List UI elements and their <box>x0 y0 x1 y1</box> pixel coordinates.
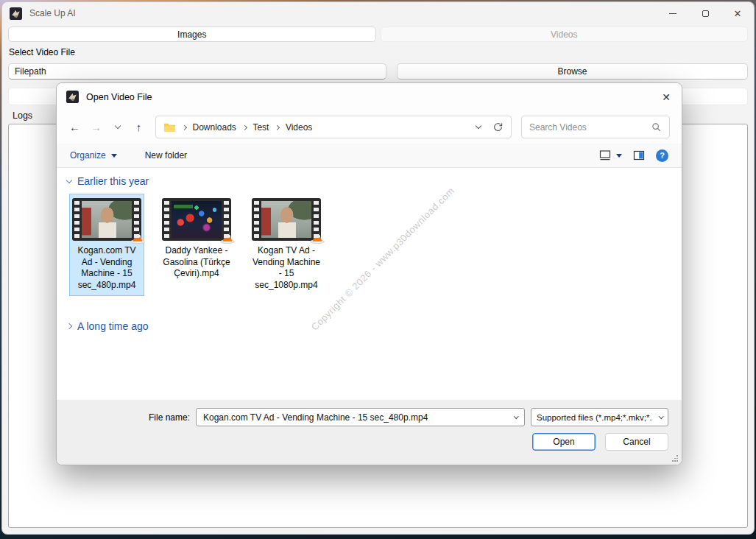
filepath-row: Browse <box>8 63 748 80</box>
search-icon <box>651 122 662 133</box>
dialog-footer: File name: Kogan.com TV Ad - Vending Mac… <box>57 400 682 465</box>
video-thumbnail <box>252 198 321 241</box>
forward-icon: → <box>91 121 102 133</box>
dialog-navigation-bar: ← → ↑ Downloads Test Videos <box>57 110 682 144</box>
vlc-cone-icon <box>309 228 325 244</box>
history-dropdown-button[interactable] <box>107 116 128 138</box>
file-name: Daddy Yankee - Gasolina (Türkçe Çeviri).… <box>161 245 232 280</box>
file-name-label: File name: <box>149 412 190 423</box>
chevron-down-icon <box>66 177 72 183</box>
search-input[interactable] <box>529 122 651 133</box>
help-button[interactable]: ? <box>656 149 668 162</box>
organize-button[interactable]: Organize <box>70 150 117 161</box>
app-logo-icon <box>10 7 22 20</box>
dialog-logo-icon <box>66 91 79 103</box>
file-name-combobox[interactable]: Kogan.com TV Ad - Vending Machine - 15 s… <box>196 408 525 426</box>
video-thumbnail <box>162 198 231 241</box>
breadcrumb-separator-icon <box>182 125 186 130</box>
refresh-icon[interactable] <box>492 121 504 133</box>
dialog-title: Open Video File <box>86 92 152 102</box>
file-name: Kogan.com TV Ad - Vending Machine - 15 s… <box>71 245 142 291</box>
minimize-button[interactable] <box>657 2 689 24</box>
chevron-down-icon <box>659 414 663 418</box>
views-button[interactable] <box>599 149 622 161</box>
open-button[interactable]: Open <box>532 433 596 451</box>
maximize-icon <box>702 10 709 17</box>
folder-icon <box>163 122 176 133</box>
close-icon: ✕ <box>734 8 742 19</box>
group-a-long-time-ago[interactable]: A long time ago <box>67 320 149 332</box>
breadcrumb-separator-icon <box>242 125 247 130</box>
filepath-input[interactable] <box>8 63 386 80</box>
open-video-file-dialog: Open Video File ✕ ← → ↑ Downloads Test V… <box>56 82 682 465</box>
new-folder-button[interactable]: New folder <box>145 150 187 161</box>
file-type-value: Supported files (*.mp4;*.mkv;*. <box>537 413 652 422</box>
maximize-button[interactable] <box>689 2 721 24</box>
address-dropdown-icon[interactable] <box>476 123 481 129</box>
up-button[interactable]: ↑ <box>128 116 149 138</box>
help-icon: ? <box>660 151 665 160</box>
organize-label: Organize <box>70 150 106 161</box>
thumbnail-street-scene <box>261 201 311 238</box>
address-bar[interactable]: Downloads Test Videos <box>155 116 512 138</box>
app-title: Scale Up AI <box>29 8 76 18</box>
dialog-close-button[interactable]: ✕ <box>651 83 682 110</box>
resize-grip[interactable] <box>671 454 679 462</box>
breadcrumb-downloads[interactable]: Downloads <box>193 122 236 133</box>
chevron-right-icon <box>66 323 72 329</box>
vlc-cone-icon <box>219 228 236 244</box>
minimize-icon <box>669 13 676 14</box>
tab-videos[interactable]: Videos <box>381 27 749 42</box>
dialog-toolbar: Organize New folder ? <box>57 144 682 168</box>
file-list-area: Earlier this year Kogan.com TV Ad - Vend… <box>57 168 682 400</box>
select-video-file-label: Select Video File <box>9 47 75 57</box>
group-label: Earlier this year <box>77 175 149 187</box>
up-icon: ↑ <box>136 121 142 133</box>
main-tabs: Images Videos <box>8 27 748 42</box>
group-earlier-this-year[interactable]: Earlier this year <box>67 175 671 187</box>
search-box[interactable] <box>521 116 670 138</box>
preview-pane-icon[interactable] <box>633 149 645 161</box>
app-titlebar: Scale Up AI ✕ <box>2 2 754 24</box>
file-name: Kogan TV Ad - Vending Machine - 15 sec_1… <box>251 245 322 291</box>
back-icon: ← <box>69 121 80 133</box>
group-label: A long time ago <box>77 320 149 332</box>
file-name-value: Kogan.com TV Ad - Vending Machine - 15 s… <box>203 412 428 423</box>
back-button[interactable]: ← <box>64 116 85 138</box>
dialog-titlebar: Open Video File ✕ <box>57 83 682 110</box>
thumbnail-night-lights <box>172 201 222 238</box>
caret-down-icon <box>111 154 117 158</box>
vlc-cone-icon <box>130 228 146 244</box>
forward-button[interactable]: → <box>85 116 107 138</box>
file-type-combobox[interactable]: Supported files (*.mp4;*.mkv;*. <box>531 408 668 426</box>
chevron-down-icon <box>114 123 120 129</box>
file-item-daddy-yankee[interactable]: Daddy Yankee - Gasolina (Türkçe Çeviri).… <box>159 194 234 285</box>
close-button[interactable]: ✕ <box>721 2 754 24</box>
caret-down-icon <box>616 154 622 158</box>
view-mode-icon <box>599 149 611 161</box>
browse-button[interactable]: Browse <box>397 63 748 80</box>
window-controls: ✕ <box>657 2 754 24</box>
chevron-down-icon <box>514 414 518 418</box>
breadcrumb-separator-icon <box>275 125 279 130</box>
logs-label: Logs <box>13 110 32 121</box>
file-item-kogan-1080p[interactable]: Kogan TV Ad - Vending Machine - 15 sec_1… <box>249 194 324 296</box>
file-items: Kogan.com TV Ad - Vending Machine - 15 s… <box>69 194 324 296</box>
breadcrumb-videos[interactable]: Videos <box>286 122 312 133</box>
video-thumbnail <box>72 198 141 241</box>
file-item-kogan-480p[interactable]: Kogan.com TV Ad - Vending Machine - 15 s… <box>69 194 144 296</box>
cancel-button[interactable]: Cancel <box>605 433 668 451</box>
close-icon: ✕ <box>662 91 671 103</box>
breadcrumb-test[interactable]: Test <box>252 122 269 133</box>
thumbnail-street-scene <box>82 201 132 238</box>
tab-images[interactable]: Images <box>8 27 376 42</box>
